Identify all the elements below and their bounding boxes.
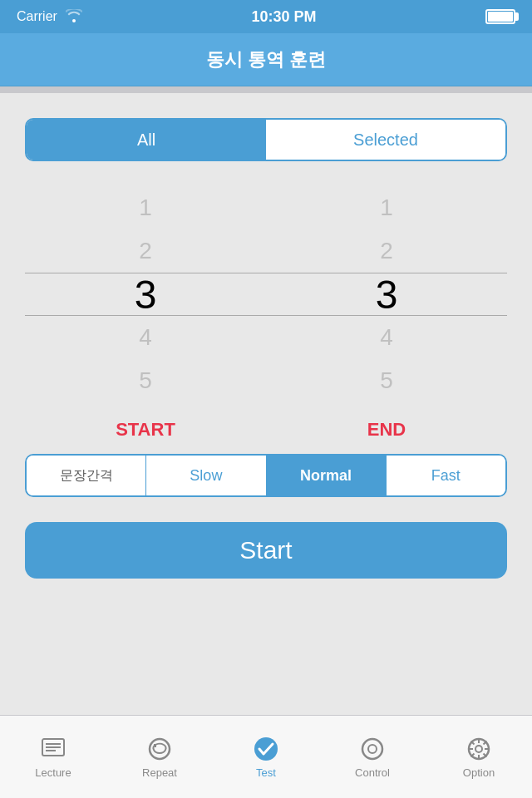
pickers-container: 1 2 3 4 5 1 2 3 4 5 (25, 186, 507, 419)
start-item-3: 3 (25, 273, 266, 316)
wifi-icon (66, 9, 82, 25)
battery-icon (485, 9, 515, 24)
main-content: All Selected 1 2 3 4 5 1 2 (0, 93, 532, 612)
start-label: START (25, 419, 266, 441)
start-item-5: 5 (25, 359, 266, 402)
tab-control-label: Control (355, 766, 390, 779)
tab-repeat[interactable]: Repeat (106, 716, 213, 798)
speed-label-text: 문장간격 (60, 467, 113, 485)
control-icon (358, 735, 387, 763)
end-picker-items: 1 2 3 4 5 (266, 186, 507, 402)
start-item-1: 1 (25, 186, 266, 229)
start-button[interactable]: Start (25, 522, 507, 579)
option-icon (465, 735, 493, 763)
speed-label-button: 문장간격 (27, 456, 146, 495)
svg-point-7 (368, 745, 377, 753)
tab-option[interactable]: Option (426, 716, 532, 798)
status-bar: Carrier 10:30 PM (0, 0, 532, 33)
start-picker-items: 1 2 3 4 5 (25, 186, 266, 402)
speed-fast-label: Fast (431, 467, 461, 485)
speed-selector[interactable]: 문장간격 Slow Normal Fast (25, 454, 507, 497)
tab-test-label: Test (256, 766, 276, 779)
tab-option-label: Option (463, 766, 495, 779)
start-picker[interactable]: 1 2 3 4 5 (25, 186, 266, 402)
end-item-2: 2 (266, 229, 507, 273)
status-time: 10:30 PM (251, 8, 316, 26)
end-picker[interactable]: 1 2 3 4 5 (266, 186, 507, 402)
end-item-3: 3 (266, 273, 507, 316)
tab-control[interactable]: Control (319, 716, 426, 798)
end-item-4: 4 (266, 316, 507, 359)
repeat-icon (145, 735, 174, 763)
start-item-2: 2 (25, 229, 266, 273)
svg-point-9 (475, 746, 482, 752)
end-label: END (266, 419, 507, 441)
range-labels: START END (25, 419, 507, 441)
tab-repeat-label: Repeat (142, 766, 177, 779)
tab-lecture-label: Lecture (35, 766, 71, 779)
nav-title: 동시 통역 훈련 (206, 47, 326, 72)
speed-fast-button[interactable]: Fast (387, 456, 505, 495)
seg-all-button[interactable]: All (27, 120, 266, 160)
svg-point-5 (254, 737, 278, 761)
sub-nav-separator (0, 86, 532, 93)
test-icon (252, 735, 280, 763)
nav-bar: 동시 통역 훈련 (0, 33, 532, 86)
status-left: Carrier (17, 9, 82, 25)
tab-lecture[interactable]: Lecture (0, 716, 106, 798)
end-item-5: 5 (266, 359, 507, 402)
carrier-text: Carrier (17, 9, 57, 24)
svg-point-6 (362, 739, 382, 759)
end-item-1: 1 (266, 186, 507, 229)
speed-normal-label: Normal (300, 467, 352, 485)
seg-selected-label: Selected (353, 131, 418, 150)
seg-all-label: All (137, 131, 155, 150)
pickers-row: 1 2 3 4 5 1 2 3 4 5 (25, 186, 507, 402)
seg-selected-button[interactable]: Selected (266, 120, 505, 160)
tab-test[interactable]: Test (213, 716, 319, 798)
speed-slow-label: Slow (190, 467, 222, 485)
tab-bar: Lecture Repeat Test (0, 715, 532, 798)
status-right (485, 9, 515, 24)
speed-normal-button[interactable]: Normal (267, 456, 387, 495)
lecture-icon (39, 735, 67, 763)
start-item-4: 4 (25, 316, 266, 359)
speed-slow-button[interactable]: Slow (146, 456, 266, 495)
segmented-control[interactable]: All Selected (25, 118, 507, 161)
